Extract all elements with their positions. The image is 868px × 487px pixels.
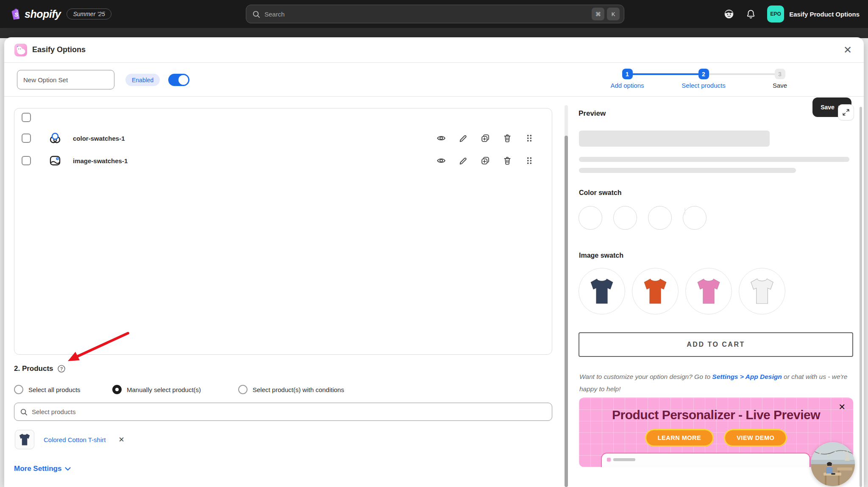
store-avatar: EPO [767,6,784,22]
product-selection-radios: Select all products Manually select prod… [14,385,552,396]
help-icon[interactable]: ? [57,365,66,373]
app-design-settings-link[interactable]: Settings > App Design [712,373,782,380]
notifications-bell-icon[interactable] [746,9,756,19]
preview-scrollbar[interactable] [860,107,862,487]
more-settings-label: More Settings [14,465,61,473]
step-save[interactable]: 3 Save [746,69,814,89]
image-swatch-orange-shirt[interactable] [632,268,679,314]
image-swatch-white-shirt[interactable] [739,268,785,314]
skeleton-line [579,157,849,162]
product-link[interactable]: Colored Cotton T-shirt [44,436,106,443]
row-checkbox[interactable] [22,156,31,165]
drag-handle-icon[interactable] [525,156,534,165]
expand-icon [842,109,850,116]
account-menu[interactable]: EPO Easify Product Options [767,6,860,22]
add-to-cart-button[interactable]: ADD TO CART [579,332,853,357]
image-swatch-navy-shirt[interactable] [579,268,625,314]
swatch-fill [684,207,685,215]
radio-select-with-conditions[interactable]: Select product(s) with conditions [238,385,344,394]
view-demo-button[interactable]: VIEW DEMO [724,429,787,447]
drag-handle-icon[interactable] [525,134,534,143]
option-row-color-swatches: color-swatches-1 [14,127,552,149]
option-set-toolbar: Enabled 1 Add options 2 Select products … [4,63,864,97]
image-swatch-label: Image swatch [579,252,623,259]
easify-options-modal: Easify Options ✕ Enabled 1 Add options 2… [4,37,864,487]
enabled-toggle[interactable] [168,74,189,86]
global-search-input[interactable]: Search ⌘ K [246,5,624,23]
row-actions [437,156,534,165]
modal-close-icon[interactable]: ✕ [841,43,854,57]
edit-pencil-icon[interactable] [459,134,468,143]
tshirt-image [639,275,672,308]
select-products-search[interactable] [14,403,552,421]
learn-more-button[interactable]: LEARN MORE [645,429,714,447]
option-row-image-swatches: image-swatches-1 [14,150,552,172]
color-swatch-orange[interactable] [613,206,637,230]
preview-eye-icon[interactable] [437,134,446,143]
search-icon [252,10,260,18]
delete-trash-icon[interactable] [503,156,512,165]
color-swatch-navy[interactable] [579,206,602,230]
help-text-prefix: Want to customize your option design? Go… [579,373,712,380]
preview-eye-icon[interactable] [437,156,446,165]
color-swatch-pink[interactable] [648,206,672,230]
step-select-products[interactable]: 2 Select products [670,69,737,89]
modal-scrollbar-thumb[interactable] [565,136,568,487]
modal-header: Easify Options ✕ [4,37,864,63]
expand-preview-button[interactable] [838,104,854,120]
more-settings-toggle[interactable]: More Settings [14,465,71,473]
radio-circle-selected [112,385,122,394]
duplicate-icon[interactable] [481,156,490,165]
color-swatch-white[interactable] [683,206,707,230]
duplicate-icon[interactable] [481,134,490,143]
radio-label: Manually select product(s) [127,386,201,393]
modal-body: color-swatches-1 [4,97,864,487]
page-backdrop [0,28,868,38]
step-1-dot: 1 [622,69,633,79]
banner-mini-checkbox [607,458,611,462]
banner-close-icon[interactable]: ✕ [838,402,846,412]
edit-pencil-icon[interactable] [459,156,468,165]
products-section-title: 2. Products [14,365,53,373]
step-2-label: Select products [670,82,737,89]
delete-trash-icon[interactable] [503,134,512,143]
search-placeholder: Search [264,11,587,18]
remove-product-icon[interactable]: ✕ [118,435,124,444]
store-name: Easify Product Options [789,11,860,18]
color-swatch-group [579,206,707,230]
search-shortcut: ⌘ K [592,8,620,20]
row-checkbox[interactable] [22,134,31,143]
radio-circle [238,385,248,394]
tshirt-image [17,432,32,447]
color-swatches-icon [49,132,61,145]
step-add-options[interactable]: 1 Add options [593,69,661,89]
shopify-topbar: S shopify Summer ’25 Search ⌘ K [0,0,868,28]
modal-title: Easify Options [32,45,86,54]
chat-widget-avatar[interactable] [811,442,855,486]
chevron-down-icon [65,467,71,471]
select-all-checkbox[interactable] [22,113,31,122]
customize-help-text: Want to customize your option design? Go… [579,370,852,395]
shopify-logo: S shopify [9,8,61,20]
radio-manually-select[interactable]: Manually select product(s) [112,385,201,394]
option-list-card: color-swatches-1 [14,108,552,355]
option-row-label: image-swatches-1 [73,157,437,164]
profile-avatar-icon[interactable] [723,8,734,19]
toggle-knob [178,75,188,85]
radio-select-all-products[interactable]: Select all products [14,385,81,394]
preview-panel: Preview Color swatch Image swatch [579,97,854,487]
tshirt-image [746,275,779,308]
image-swatch-pink-shirt[interactable] [685,268,732,314]
select-products-input[interactable] [32,408,546,415]
option-set-name-input[interactable] [17,70,114,89]
banner-mini-text [613,458,635,461]
color-swatch-label: Color swatch [579,189,621,197]
stepper-connector-active [627,73,704,75]
skeleton-line [579,168,796,173]
step-2-dot: 2 [698,69,709,79]
season-badge: Summer ’25 [67,8,111,19]
k-keycap: K [607,8,620,20]
product-thumbnail[interactable] [15,430,34,449]
wizard-stepper: 1 Add options 2 Select products 3 Save [593,69,797,92]
image-swatches-icon [49,154,61,167]
